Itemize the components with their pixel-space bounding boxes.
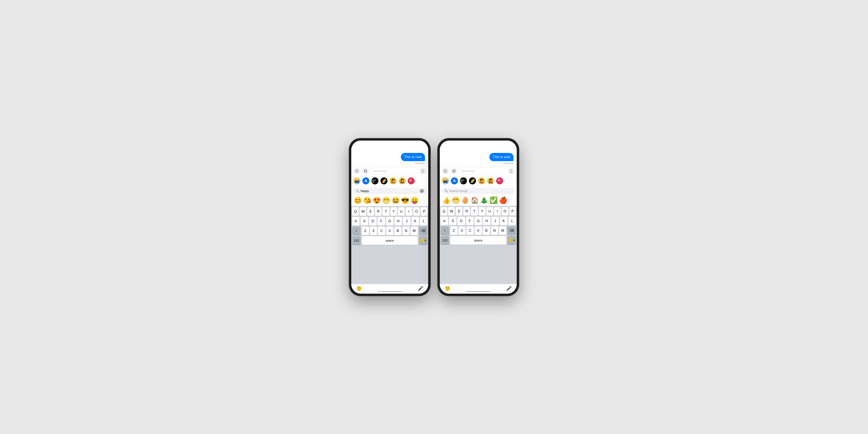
key-emoji-right[interactable]: 🙂⊕ — [507, 236, 516, 245]
memoji1-icon-left[interactable]: 🧑‍🎤 — [390, 177, 397, 184]
key-delete-left[interactable]: ⌫ — [419, 226, 427, 235]
key-w-right[interactable]: W — [448, 207, 455, 216]
key-space-right[interactable]: space — [450, 236, 506, 245]
key-z-left[interactable]: Z — [362, 226, 369, 235]
photos-app-icon-right[interactable]: 📸 — [442, 177, 449, 184]
key-a-left[interactable]: A — [352, 217, 360, 225]
key-p-right[interactable]: P — [509, 207, 516, 216]
key-g-left[interactable]: G — [386, 217, 394, 225]
audio-button-left[interactable] — [419, 167, 426, 175]
key-j-left[interactable]: J — [403, 217, 410, 225]
key-n-left[interactable]: N — [403, 226, 410, 235]
mic-bottom-icon-left[interactable]: 🎤 — [418, 286, 423, 291]
message-input-left[interactable]: iMessage — [371, 167, 417, 175]
key-u-left[interactable]: U — [398, 207, 405, 216]
key-v-right[interactable]: V — [475, 226, 482, 235]
message-input-right[interactable]: iMessage — [459, 167, 506, 175]
emoji-result-1[interactable]: 😘 — [363, 196, 371, 204]
key-emoji-left[interactable]: 🙂⊕ — [419, 236, 427, 245]
applepay-icon-left[interactable]: Apple Pay — [371, 177, 378, 184]
key-t-right[interactable]: T — [471, 207, 477, 216]
key-d-right[interactable]: D — [458, 217, 465, 225]
photos-app-icon-left[interactable]: 📸 — [353, 177, 360, 184]
key-v-left[interactable]: V — [386, 226, 394, 235]
key-i-right[interactable]: I — [494, 207, 501, 216]
key-s-left[interactable]: S — [361, 217, 368, 225]
emoji-result-3[interactable]: 😁 — [382, 196, 391, 204]
key-c-right[interactable]: C — [466, 226, 474, 235]
key-z-right[interactable]: Z — [450, 226, 458, 235]
key-n-right[interactable]: N — [491, 226, 498, 235]
emoji-result-2[interactable]: 😍 — [373, 196, 381, 204]
emoji-result-0[interactable]: 😊 — [354, 196, 362, 204]
apps-button-left[interactable] — [362, 167, 369, 175]
memoji2-icon-left[interactable]: 👩‍🎤 — [399, 177, 406, 184]
key-d-left[interactable]: D — [369, 217, 376, 225]
key-e-right[interactable]: E — [456, 207, 462, 216]
emoji-result-r6[interactable]: 🍎 — [499, 196, 507, 204]
key-w-left[interactable]: W — [360, 207, 366, 216]
emoji-result-r5[interactable]: ✅ — [490, 196, 498, 204]
key-j-right[interactable]: J — [491, 217, 499, 225]
key-123-left[interactable]: 123 — [352, 236, 361, 245]
key-r-left[interactable]: R — [375, 207, 381, 216]
search-clear-left[interactable]: ✕ — [420, 189, 424, 193]
emoji-result-5[interactable]: 😎 — [401, 196, 409, 204]
key-e-left[interactable]: E — [367, 207, 374, 216]
key-t-left[interactable]: T — [382, 207, 389, 216]
emoji-result-r0[interactable]: 👍 — [442, 196, 451, 204]
emoji-result-6[interactable]: 😛 — [410, 196, 419, 204]
fitness-icon-left[interactable]: 🌈 — [380, 177, 388, 184]
key-space-left[interactable]: space — [362, 236, 418, 245]
key-x-right[interactable]: X — [459, 226, 466, 235]
camera-button-left[interactable] — [353, 167, 360, 175]
emoji-search-box-right[interactable]: 🔍 Search Emoji — [442, 188, 514, 194]
key-c-left[interactable]: C — [378, 226, 385, 235]
apps-button-right[interactable] — [451, 167, 458, 175]
emoji-result-r2[interactable]: 🥚 — [461, 196, 469, 204]
key-o-right[interactable]: O — [502, 207, 508, 216]
search-input-left[interactable]: happy — [361, 189, 419, 193]
emoji-result-r1[interactable]: 😁 — [452, 196, 460, 204]
key-y-left[interactable]: Y — [391, 207, 397, 216]
key-b-left[interactable]: B — [394, 226, 402, 235]
key-k-left[interactable]: K — [411, 217, 419, 225]
key-shift-right[interactable]: ⇧ — [441, 226, 449, 235]
fitness-icon-right[interactable]: 🌈 — [469, 177, 476, 184]
appstore-icon-left[interactable]: A — [362, 177, 369, 184]
key-k-right[interactable]: K — [500, 217, 507, 225]
emoji-search-box-left[interactable]: 🔍 happy ✕ — [354, 188, 426, 194]
applepay-icon-right[interactable]: Apple Pay — [460, 177, 467, 184]
appstore-icon-right[interactable]: A — [451, 177, 458, 184]
key-s-right[interactable]: S — [449, 217, 457, 225]
key-p-left[interactable]: P — [421, 207, 427, 216]
key-h-right[interactable]: H — [483, 217, 490, 225]
key-i-left[interactable]: I — [406, 207, 412, 216]
key-m-left[interactable]: M — [410, 226, 418, 235]
key-x-left[interactable]: X — [370, 226, 377, 235]
key-l-right[interactable]: L — [508, 217, 516, 225]
emoji-bottom-icon-left[interactable]: 🙂 — [356, 286, 362, 291]
key-u-right[interactable]: U — [487, 207, 493, 216]
camera-button-right[interactable] — [442, 167, 449, 175]
key-b-right[interactable]: B — [483, 226, 490, 235]
key-m-right[interactable]: M — [499, 226, 506, 235]
key-y-right[interactable]: Y — [479, 207, 486, 216]
memoji1-icon-right[interactable]: 🧑‍🎤 — [478, 177, 485, 184]
key-o-left[interactable]: O — [413, 207, 420, 216]
key-f-left[interactable]: F — [378, 217, 385, 225]
emoji-result-r4[interactable]: 🎄 — [480, 196, 488, 204]
key-a-right[interactable]: A — [441, 217, 448, 225]
key-r-right[interactable]: R — [463, 207, 470, 216]
emoji-bottom-icon-right[interactable]: 🙂 — [445, 286, 450, 291]
key-f-right[interactable]: F — [466, 217, 473, 225]
emoji-result-r3[interactable]: 🏠 — [471, 196, 479, 204]
mic-bottom-icon-right[interactable]: 🎤 — [506, 286, 512, 291]
memoji2-icon-right[interactable]: 👩‍🎤 — [487, 177, 494, 184]
search-icon-left[interactable]: 🔍 — [408, 177, 415, 184]
key-h-left[interactable]: H — [395, 217, 402, 225]
search-icon-right[interactable]: 🔍 — [496, 177, 503, 184]
key-g-right[interactable]: G — [474, 217, 482, 225]
emoji-result-4[interactable]: 😆 — [392, 196, 400, 204]
key-shift-left[interactable]: ⇧ — [352, 226, 361, 235]
